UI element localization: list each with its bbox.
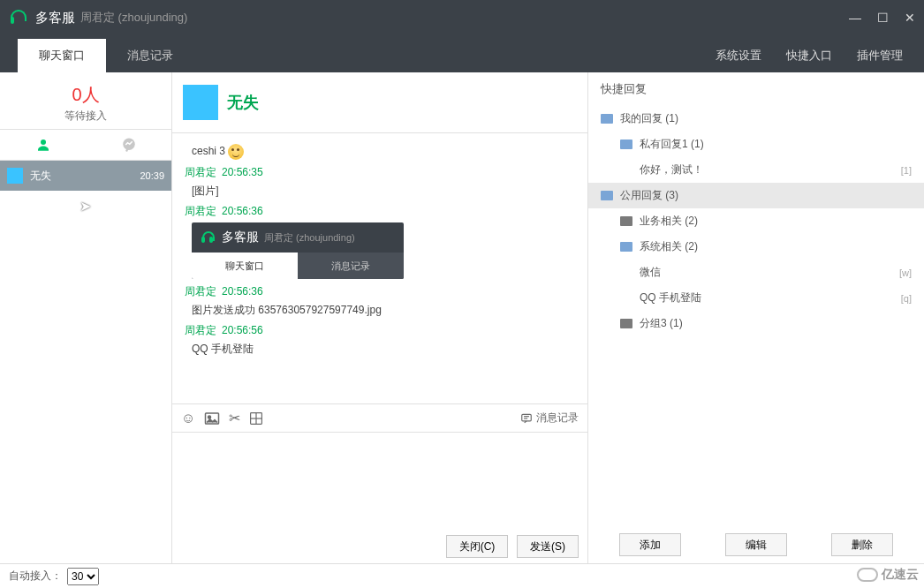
tab-chat-window[interactable]: 聊天窗口 [18,39,106,72]
close-icon[interactable]: ✕ [905,11,915,25]
waiting-count: 0人 [0,83,171,107]
folder-solid-icon [620,319,632,328]
add-button[interactable]: 添加 [619,533,681,556]
quick-reply-tree[interactable]: 我的回复 (1) 私有回复1 (1) 你好，测试！[1] 公用回复 (3) 业务… [588,106,924,526]
screenshot-thumbnail[interactable]: 多客服 周君定 (zhoujunding) 聊天窗口 消息记录 [192,222,404,279]
tree-folder-system[interactable]: 系统相关 (2) [588,234,924,260]
contact-avatar [183,85,218,120]
session-time: 20:39 [140,170,164,181]
session-row[interactable]: 无失 20:39 [0,161,171,191]
quick-reply-title: 快捷回复 [588,72,924,106]
cloud-icon [857,568,878,582]
tree-item-qq[interactable]: QQ 手机登陆[q] [588,285,924,311]
svg-point-0 [41,139,46,145]
send-button[interactable]: 发送(S) [517,535,579,558]
session-name: 无失 [30,169,140,184]
delete-button[interactable]: 删除 [831,533,893,556]
app-logo-icon [201,230,216,245]
shortcut-key: [1] [901,165,912,176]
message-text: 图片发送成功 635763057927597749.jpg [192,303,575,318]
app-logo-icon [9,8,28,27]
chat-column: 无失 ceshi 3 周君定20:56:35 [图片] 周君定20:56:36 … [172,72,588,563]
menu-plugin-manager[interactable]: 插件管理 [857,48,903,64]
chat-input[interactable] [172,433,587,530]
chat-messages[interactable]: ceshi 3 周君定20:56:35 [图片] 周君定20:56:36 多客服… [172,133,587,403]
session-avatar [7,168,23,184]
shortcut-key: [q] [901,293,912,304]
svg-rect-7 [522,414,532,421]
chat-header: 无失 [172,72,587,133]
left-column: 0人 等待接入 无失 20:39 ➤ [0,72,172,563]
shortcut-key: [w] [899,268,912,278]
svg-point-3 [208,416,211,418]
folder-icon [601,114,613,124]
auto-accept-label: 自动接入： [9,569,62,584]
waiting-label: 等待接入 [0,109,171,124]
contact-name: 无失 [227,92,259,113]
image-icon[interactable] [204,411,220,426]
waiting-area[interactable]: 0人 等待接入 [0,72,171,130]
message-text: [图片] [192,184,575,199]
smile-icon [228,144,244,160]
tree-folder-group3[interactable]: 分组3 (1) [588,311,924,336]
titlebar: 多客服 周君定 (zhoujunding) — ☐ ✕ [0,0,924,35]
app-name: 多客服 [35,10,75,26]
menu-shortcuts[interactable]: 快捷入口 [786,48,832,64]
auto-accept-select[interactable]: 30 [67,568,99,585]
cursor-icon: ➤ [80,198,91,215]
tree-folder-business[interactable]: 业务相关 (2) [588,208,924,234]
tree-folder-my-replies[interactable]: 我的回复 (1) [588,106,924,132]
status-bar: 自动接入： 30 [0,563,924,588]
incoming-message: ceshi 3 [192,144,575,160]
maximize-icon[interactable]: ☐ [877,11,889,25]
person-icon[interactable] [35,137,51,153]
quick-reply-panel: 快捷回复 我的回复 (1) 私有回复1 (1) 你好，测试！[1] 公用回复 (… [588,72,924,563]
message-text: QQ 手机登陆 [192,342,575,357]
tab-message-history[interactable]: 消息记录 [106,39,194,72]
minimize-icon[interactable]: — [849,11,861,25]
tree-item-hello[interactable]: 你好，测试！[1] [588,157,924,183]
close-button[interactable]: 关闭(C) [446,535,508,558]
tree-folder-public[interactable]: 公用回复 (3) [588,183,924,208]
folder-solid-icon [620,216,632,226]
emoji-icon[interactable]: ☺ [181,411,195,426]
message-history-link[interactable]: 消息记录 [520,411,579,426]
watermark: 亿速云 [857,567,919,583]
folder-icon [620,139,632,149]
edit-button[interactable]: 编辑 [725,533,787,556]
chat-toolbar: ☺ ✂ 消息记录 [172,403,587,433]
tree-folder-private1[interactable]: 私有回复1 (1) [588,132,924,157]
folder-icon [620,242,632,252]
messenger-icon[interactable] [121,137,137,153]
top-row: 聊天窗口 消息记录 系统设置 快捷入口 插件管理 [0,35,924,72]
scissors-icon[interactable]: ✂ [229,410,240,426]
menu-system-settings[interactable]: 系统设置 [716,48,761,64]
calculator-icon[interactable] [249,411,263,426]
titlebar-user: 周君定 (zhoujunding) [80,10,187,26]
tree-item-wechat[interactable]: 微信[w] [588,260,924,285]
folder-icon [601,191,613,200]
